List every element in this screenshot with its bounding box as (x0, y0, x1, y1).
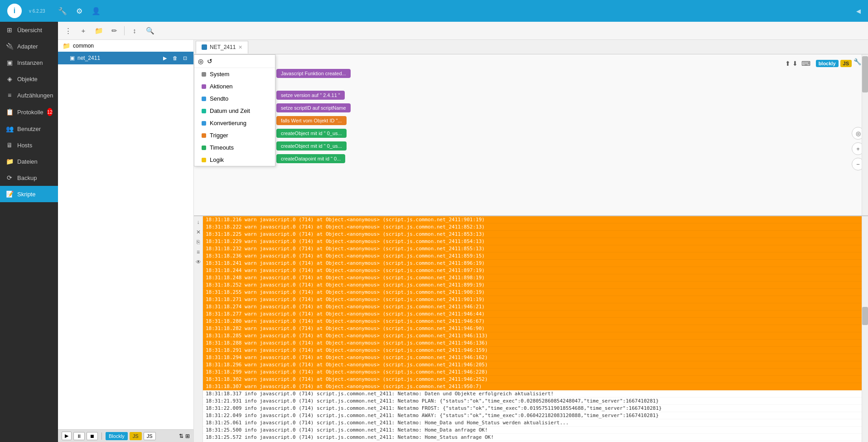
sidebar-item-label: Benutzer (17, 126, 41, 132)
vertical-scrollbar[interactable] (862, 54, 868, 215)
block-3[interactable]: falls Wert vom Objekt ID "... (276, 116, 347, 125)
stop-btn[interactable]: ⏹ (87, 432, 98, 440)
sidebar-item-backup[interactable]: ⟳ Backup (0, 170, 58, 186)
sidebar-item-scripts[interactable]: 📝 Skripte (0, 186, 58, 202)
app-version: v 6.2.23 (29, 9, 45, 14)
target-icon[interactable]: ◎ (198, 58, 203, 65)
sort-button[interactable]: ↕ (128, 24, 141, 37)
menu-actions[interactable]: Aktionen (194, 80, 275, 92)
import-icon[interactable]: ⬇ (792, 60, 798, 67)
sidebar-item-label: Objekte (17, 76, 38, 83)
main-content: ⋮ + 📁 ✏ ↕ 🔍 📁 common ▣ net_2411 ▶ 🗑 (58, 22, 868, 442)
min-js-btn[interactable]: JS (144, 432, 156, 440)
block-1[interactable]: setze version auf " 2.4.11 " (276, 91, 345, 100)
file-delete-btn[interactable]: 🗑 (171, 54, 179, 62)
log-copy[interactable]: ⎘ (196, 238, 201, 246)
instances-icon: ▣ (5, 59, 14, 66)
log-line: 18:31:18.288 warn javascript.0 (714) at … (203, 340, 862, 347)
tools-icon[interactable]: 🔧 (58, 7, 67, 15)
add-folder-button[interactable]: 📁 (92, 24, 105, 37)
log-pause[interactable]: 👁 (195, 258, 202, 266)
search-button[interactable]: 🔍 (144, 24, 156, 37)
sidebar-item-label: Hosts (17, 142, 32, 149)
play-btn[interactable]: ▶ (62, 432, 72, 440)
log-clear[interactable]: ✕ (195, 228, 202, 236)
js-btn[interactable]: JS (130, 432, 142, 440)
sidebar-item-protocols[interactable]: 📋 Protokolle 12 (0, 103, 58, 121)
log-line: 18:31:18.307 warn javascript.0 (714) at … (203, 383, 862, 390)
log-scrollbar[interactable] (862, 216, 868, 442)
more-button[interactable]: ⋮ (62, 24, 74, 37)
block-5[interactable]: createObject mit id " 0_us... (276, 141, 347, 151)
sidebar-item-hosts[interactable]: 🖥 Hosts (0, 137, 58, 153)
menu-sendto[interactable]: Sendto (194, 92, 275, 105)
menu-timeouts[interactable]: Timeouts (194, 141, 275, 154)
menu-datetime[interactable]: Datum und Zeit (194, 105, 275, 117)
log-line: 18:31:22.049 info javascript.0 (714) scr… (203, 412, 862, 419)
log-line: 18:31:21.931 info javascript.0 (714) scr… (203, 398, 862, 405)
adapter-icon: 🔌 (5, 43, 14, 50)
log-container: ↓ ✕ ⎘ ≡ 👁 18:31:18.216 warn javascript.0… (194, 216, 868, 442)
sidebar-item-files[interactable]: 📁 Dateien (0, 153, 58, 170)
edit-button[interactable]: ✏ (108, 24, 121, 37)
log-line: 18:31:18.271 warn javascript.0 (714) at … (203, 296, 862, 303)
sidebar-item-instances[interactable]: ▣ Instanzen (0, 54, 58, 71)
sidebar-item-label: Aufzählungen (17, 92, 53, 99)
sidebar-item-enumerations[interactable]: ≡ Aufzählungen (0, 87, 58, 103)
files-icon: 📁 (5, 158, 14, 165)
file-play-btn[interactable]: ▶ (161, 54, 169, 62)
settings-icon[interactable]: ⚙ (76, 7, 82, 15)
pause-btn[interactable]: ⏸ (73, 432, 85, 440)
file-expand-btn[interactable]: ⊡ (181, 54, 189, 62)
menu-conversion[interactable]: Konvertierung (194, 117, 275, 129)
block-6[interactable]: createDatapoint mit id " 0... (276, 154, 345, 163)
log-filter[interactable]: ≡ (196, 248, 201, 256)
sidebar-item-label: Skripte (17, 191, 35, 198)
menu-system[interactable]: System (194, 68, 275, 80)
tab-close-button[interactable]: ✕ (238, 44, 242, 50)
sidebar-item-label: Übersicht (17, 27, 42, 34)
log-line: 18:31:18.299 warn javascript.0 (714) at … (203, 369, 862, 376)
blockly-btn[interactable]: Blockly (106, 432, 128, 440)
overview-icon: ⊞ (5, 26, 14, 34)
log-line: 18:31:18.241 warn javascript.0 (714) at … (203, 260, 862, 267)
objects-icon: ◈ (5, 75, 14, 83)
log-line: 18:31:18.280 warn javascript.0 (714) at … (203, 318, 862, 325)
log-line: 18:31:18.274 warn javascript.0 (714) at … (203, 303, 862, 311)
blocks-container: Javascript Funktion created... setze ver… (275, 68, 352, 164)
log-line: 18:31:25.500 info javascript.0 (714) scr… (203, 427, 862, 434)
log-scroll-down[interactable]: ↓ (196, 218, 201, 226)
log-line: 18:31:18.282 warn javascript.0 (714) at … (203, 325, 862, 332)
blockly-right-tools: ⬆ ⬇ ⌨ blockly JS 🔧 (785, 58, 864, 69)
export-icon[interactable]: ⬆ (785, 60, 791, 67)
menu-logic[interactable]: Logik (194, 154, 275, 166)
menu-trigger[interactable]: Trigger (194, 129, 275, 141)
sidebar-collapse-icon[interactable]: ◀ (856, 8, 861, 15)
user-icon[interactable]: 👤 (92, 7, 101, 15)
log-line: 18:31:18.277 warn javascript.0 (714) at … (203, 311, 862, 318)
code-icon[interactable]: ⌨ (801, 60, 810, 67)
context-toolbar: ◎ ↺ (194, 55, 275, 68)
editor-tab-net2411[interactable]: NET_2411 ✕ (196, 41, 248, 53)
right-panel: NET_2411 ✕ ◎ ↺ System (194, 40, 868, 442)
folder-common[interactable]: 📁 common (58, 40, 193, 52)
block-0[interactable]: Javascript Funktion created... (276, 69, 351, 78)
js-badge[interactable]: JS (840, 60, 852, 67)
sidebar-item-objects[interactable]: ◈ Objekte (0, 71, 58, 87)
blockly-badge[interactable]: blockly (816, 60, 839, 67)
sidebar-item-users[interactable]: 👥 Benutzer (0, 121, 58, 137)
file-icon: ▣ (70, 55, 75, 61)
blockly-editor: ⬆ ⬇ ⌨ blockly JS 🔧 ◎ + − (194, 54, 868, 215)
menu-system-label: System (210, 71, 229, 78)
fullscreen-icon[interactable]: ⊞ (185, 433, 190, 439)
add-button[interactable]: + (77, 24, 90, 37)
resize-icon[interactable]: ⇅ (179, 433, 183, 439)
sidebar-item-overview[interactable]: ⊞ Übersicht (0, 22, 58, 38)
block-4[interactable]: createObject mit id " 0_us... (276, 129, 347, 138)
block-2[interactable]: setze scriptID auf scriptName (276, 103, 351, 112)
sidebar-item-adapter[interactable]: 🔌 Adapter (0, 38, 58, 54)
file-net-2411[interactable]: ▣ net_2411 ▶ 🗑 ⊡ (58, 52, 193, 64)
logic-dot (202, 158, 206, 162)
context-menu: ◎ ↺ System Aktionen Sendto (194, 54, 275, 166)
refresh-icon[interactable]: ↺ (207, 58, 212, 65)
